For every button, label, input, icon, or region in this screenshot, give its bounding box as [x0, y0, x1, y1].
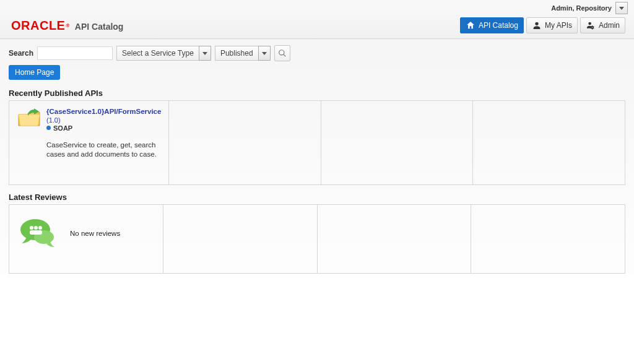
api-description: CaseService to create, get, search cases… — [17, 141, 161, 160]
service-type-dropdown-button[interactable] — [199, 46, 211, 61]
empty-cell — [471, 205, 625, 273]
status-select[interactable]: Published — [215, 46, 271, 61]
empty-cell — [321, 101, 474, 184]
search-icon — [278, 49, 287, 58]
product-name: API Catalog — [75, 22, 124, 32]
recent-apis-section: Recently Published APIs {CaseService1.0}… — [0, 81, 634, 185]
empty-cell — [473, 101, 625, 184]
folder-api-icon — [17, 107, 41, 128]
search-toolbar: Search Select a Service Type Published — [0, 39, 634, 64]
empty-cell — [169, 101, 321, 184]
no-reviews-message: No new reviews — [70, 230, 120, 237]
user-icon — [532, 20, 542, 30]
search-label: Search — [9, 49, 33, 58]
chevron-down-icon — [262, 52, 267, 55]
oracle-logo: ORACLE® — [11, 19, 70, 33]
svg-rect-5 — [30, 230, 42, 235]
chevron-down-icon — [202, 52, 207, 55]
latest-reviews-title: Latest Reviews — [9, 193, 625, 202]
api-version: (1.0) — [46, 116, 161, 124]
chat-bubble-icon — [19, 216, 59, 251]
svg-point-4 — [38, 226, 42, 230]
brand: ORACLE® API Catalog — [11, 19, 123, 33]
latest-reviews-section: Latest Reviews No new reviews — [0, 185, 634, 274]
api-protocol: SOAP — [53, 124, 72, 132]
app-header: ORACLE® API Catalog API Catalog My APIs … — [0, 14, 634, 39]
tab-my-apis-label: My APIs — [545, 21, 572, 30]
empty-cell — [318, 205, 472, 273]
review-card: No new reviews — [9, 205, 163, 273]
user-label: Admin, Repository — [551, 4, 612, 12]
home-page-button[interactable]: Home Page — [9, 65, 60, 80]
svg-point-3 — [34, 226, 38, 230]
home-icon — [466, 20, 476, 30]
status-dot-icon — [46, 126, 51, 130]
tab-api-catalog[interactable]: API Catalog — [460, 17, 524, 33]
tab-admin-label: Admin — [599, 21, 620, 30]
status-value: Published — [215, 46, 258, 61]
tab-my-apis[interactable]: My APIs — [526, 17, 578, 33]
empty-cell — [163, 205, 318, 273]
chevron-down-icon — [619, 7, 624, 10]
oracle-logo-text: ORACLE — [11, 19, 65, 33]
api-card[interactable]: {CaseService1.0}API/FormService (1.0) SO… — [9, 101, 169, 184]
search-input[interactable] — [37, 46, 113, 60]
tab-api-catalog-label: API Catalog — [479, 21, 518, 30]
search-button[interactable] — [274, 45, 290, 61]
user-menu-dropdown[interactable] — [615, 2, 628, 14]
svg-point-2 — [30, 226, 33, 230]
user-gear-icon — [586, 20, 596, 30]
recent-apis-title: Recently Published APIs — [9, 89, 625, 98]
nav-tabs: API Catalog My APIs Admin — [460, 17, 625, 33]
api-title: {CaseService1.0}API/FormService — [46, 107, 161, 116]
service-type-value: Select a Service Type — [116, 46, 199, 61]
service-type-select[interactable]: Select a Service Type — [116, 46, 211, 61]
tab-admin[interactable]: Admin — [580, 17, 625, 33]
status-dropdown-button[interactable] — [258, 46, 271, 61]
